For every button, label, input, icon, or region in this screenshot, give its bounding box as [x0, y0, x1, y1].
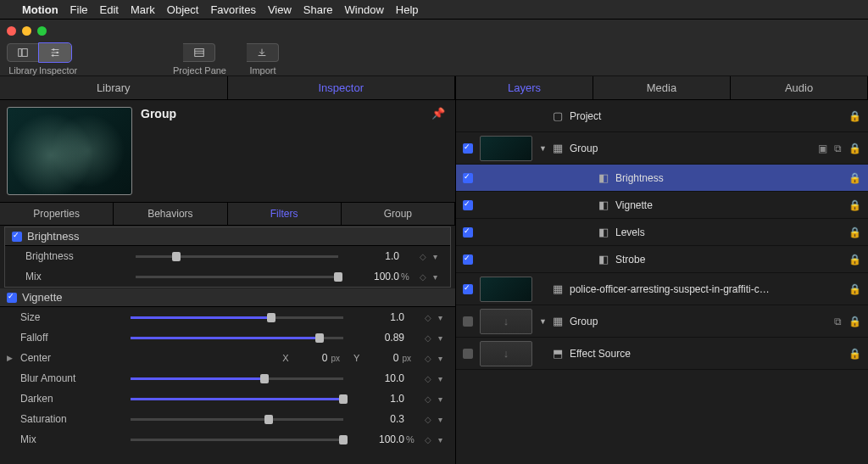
lock-icon[interactable]: 🔒	[849, 283, 861, 295]
blur-value[interactable]: 10.0	[352, 372, 404, 384]
keyframe-icon[interactable]: ◇	[425, 374, 438, 383]
center-x-value[interactable]: 0	[292, 352, 328, 364]
lock-icon[interactable]: 🔒	[849, 110, 861, 122]
keyframe-icon[interactable]: ◇	[425, 333, 438, 343]
layer-visible-checkbox[interactable]	[463, 143, 473, 154]
project-pane-button[interactable]	[183, 43, 215, 62]
menu-share[interactable]: Share	[303, 3, 333, 16]
layer-group-row[interactable]: ▼ ▦ Group ▣⧉🔒	[456, 132, 868, 165]
layer-strobe-row[interactable]: ◧ Strobe 🔒	[456, 246, 868, 273]
layer-visible-checkbox[interactable]	[463, 284, 473, 294]
overlap-icon[interactable]: ⧉	[834, 143, 842, 154]
param-menu-icon[interactable]: ▾	[433, 272, 443, 282]
darken-slider[interactable]	[131, 398, 343, 400]
blur-slider[interactable]	[131, 377, 343, 380]
lock-icon[interactable]: 🔒	[849, 254, 861, 266]
size-value[interactable]: 1.0	[352, 311, 404, 323]
keyframe-icon[interactable]: ◇	[425, 415, 438, 424]
layer-visible-checkbox[interactable]	[463, 227, 473, 238]
size-slider[interactable]	[131, 316, 343, 319]
tab-library[interactable]: Library	[0, 76, 228, 99]
layer-brightness-row[interactable]: ◧ Brightness 🔒	[456, 165, 868, 192]
tab-audio[interactable]: Audio	[731, 76, 868, 99]
brightness-value[interactable]: 1.0	[347, 250, 399, 262]
stack-icon[interactable]: ▣	[818, 143, 827, 154]
saturation-slider[interactable]	[131, 418, 343, 421]
keyframe-icon[interactable]: ◇	[425, 354, 438, 363]
vignette-mix-slider[interactable]	[131, 439, 343, 441]
inspector-toggle-button[interactable]	[39, 43, 71, 62]
zoom-window-button[interactable]	[37, 26, 47, 36]
subtab-properties[interactable]: Properties	[0, 203, 114, 225]
center-y-value[interactable]: 0	[363, 352, 398, 364]
subtab-behaviors[interactable]: Behaviors	[114, 203, 227, 225]
pin-icon[interactable]: 📌	[431, 107, 445, 120]
overlap-icon[interactable]: ⧉	[834, 316, 842, 327]
minimize-window-button[interactable]	[22, 26, 31, 36]
brightness-mix-value[interactable]: 100.0	[347, 271, 399, 282]
tab-inspector[interactable]: Inspector	[228, 76, 456, 99]
param-menu-icon[interactable]: ▾	[438, 333, 448, 343]
subtab-group[interactable]: Group	[342, 203, 455, 225]
disclosure-triangle-icon[interactable]: ▼	[539, 144, 553, 153]
disclosure-triangle-icon[interactable]: ▶	[7, 354, 19, 362]
tab-layers[interactable]: Layers	[456, 76, 593, 99]
param-menu-icon[interactable]: ▾	[433, 252, 443, 261]
tab-media[interactable]: Media	[593, 76, 731, 99]
menu-object[interactable]: Object	[167, 3, 199, 16]
layer-visible-checkbox[interactable]	[463, 173, 473, 183]
menu-edit[interactable]: Edit	[100, 3, 119, 16]
brightness-slider[interactable]	[136, 255, 338, 258]
keyframe-icon[interactable]: ◇	[420, 272, 433, 282]
param-menu-icon[interactable]: ▾	[438, 394, 448, 404]
subtab-filters[interactable]: Filters	[228, 203, 342, 225]
lock-icon[interactable]: 🔒	[849, 172, 861, 184]
menu-favorites[interactable]: Favorites	[210, 3, 255, 16]
lock-icon[interactable]: 🔒	[849, 316, 861, 327]
menu-mark[interactable]: Mark	[131, 3, 155, 16]
layer-project-row[interactable]: ▢ Project 🔒	[456, 100, 868, 132]
lock-icon[interactable]: 🔒	[849, 143, 861, 154]
download-icon	[256, 47, 268, 59]
lock-icon[interactable]: 🔒	[849, 226, 861, 238]
falloff-slider[interactable]	[131, 337, 343, 339]
vignette-enable-checkbox[interactable]	[7, 293, 17, 303]
lock-icon[interactable]: 🔒	[849, 199, 861, 211]
darken-value[interactable]: 1.0	[352, 393, 404, 405]
layer-visible-checkbox[interactable]	[463, 254, 473, 265]
layer-visible-checkbox[interactable]	[463, 349, 473, 359]
brightness-mix-slider[interactable]	[136, 276, 338, 278]
vignette-mix-value[interactable]: 100.0	[352, 433, 404, 445]
layer-visible-checkbox[interactable]	[463, 200, 473, 210]
library-toggle-button[interactable]	[7, 43, 39, 62]
param-menu-icon[interactable]: ▾	[438, 313, 448, 322]
import-button[interactable]	[247, 43, 279, 62]
layer-visible-checkbox[interactable]	[463, 316, 473, 327]
layer-clip-row[interactable]: ▦ police-officer-arresting-suspect-in-gr…	[456, 273, 868, 305]
disclosure-triangle-icon[interactable]: ▼	[539, 317, 553, 326]
param-menu-icon[interactable]: ▾	[438, 435, 448, 444]
keyframe-icon[interactable]: ◇	[425, 394, 438, 404]
keyframe-icon[interactable]: ◇	[425, 313, 438, 322]
lock-icon[interactable]: 🔒	[849, 348, 861, 360]
app-name[interactable]: Motion	[22, 3, 58, 16]
layer-effect-source-row[interactable]: ↓ ⬒ Effect Source 🔒	[456, 338, 868, 370]
param-menu-icon[interactable]: ▾	[438, 415, 448, 424]
param-menu-icon[interactable]: ▾	[438, 374, 448, 383]
menu-window[interactable]: Window	[345, 3, 384, 16]
menu-file[interactable]: File	[70, 3, 88, 16]
layer-group2-row[interactable]: ↓ ▼ ▦ Group ⧉🔒	[456, 305, 868, 338]
layer-levels-row[interactable]: ◧ Levels 🔒	[456, 219, 868, 246]
keyframe-icon[interactable]: ◇	[425, 435, 438, 444]
layer-vignette-row[interactable]: ◧ Vignette 🔒	[456, 192, 868, 219]
close-window-button[interactable]	[7, 26, 16, 36]
param-menu-icon[interactable]: ▾	[438, 354, 448, 363]
falloff-value[interactable]: 0.89	[352, 332, 404, 344]
saturation-value[interactable]: 0.3	[352, 413, 404, 425]
menu-help[interactable]: Help	[396, 3, 419, 16]
x-unit: px	[331, 354, 341, 363]
brightness-enable-checkbox[interactable]	[12, 232, 22, 242]
svg-rect-5	[195, 49, 204, 57]
keyframe-icon[interactable]: ◇	[420, 252, 433, 261]
menu-view[interactable]: View	[268, 3, 292, 16]
